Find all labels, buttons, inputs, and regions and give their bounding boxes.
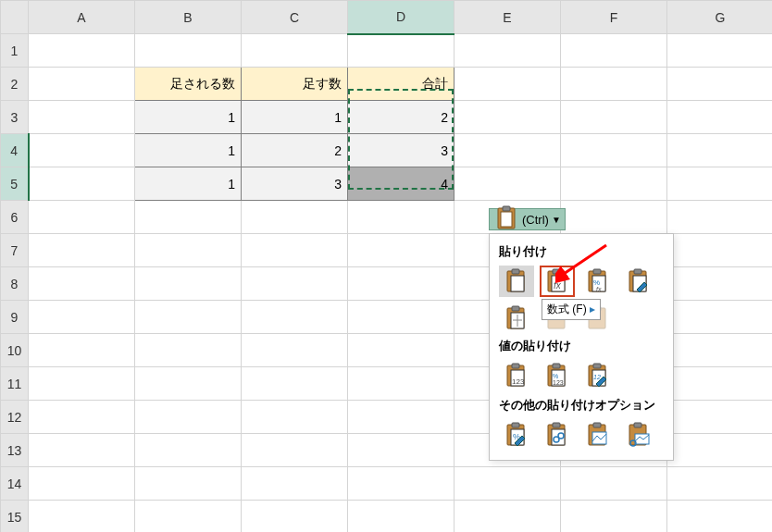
paste-options-button[interactable]: (Ctrl) ▼ bbox=[489, 208, 566, 230]
svg-text:123: 123 bbox=[512, 377, 525, 386]
row-header-7[interactable]: 7 bbox=[1, 234, 29, 267]
svg-text:%: % bbox=[553, 373, 558, 379]
svg-rect-30 bbox=[512, 364, 519, 368]
col-header-C[interactable]: C bbox=[242, 1, 348, 34]
row-header-4[interactable]: 4 bbox=[1, 134, 29, 167]
row-header-3[interactable]: 3 bbox=[1, 101, 29, 134]
col-header-F[interactable]: F bbox=[561, 1, 667, 34]
svg-rect-39 bbox=[593, 364, 601, 368]
cell-C4[interactable]: 2 bbox=[242, 134, 348, 167]
row-header-6[interactable]: 6 bbox=[1, 201, 29, 234]
row-header-10[interactable]: 10 bbox=[1, 334, 29, 367]
cell-B4[interactable]: 1 bbox=[135, 134, 242, 167]
paste-formulas-tooltip: 数式 (F) ▸ bbox=[542, 299, 601, 320]
paste-options-menu: 貼り付け fx 数式 (F) ▸ %fx 値の貼り付け bbox=[489, 233, 674, 461]
paste-values-sourcefmt-button[interactable]: 12 bbox=[580, 360, 616, 391]
row-header-14[interactable]: 14 bbox=[1, 467, 29, 501]
svg-rect-4 bbox=[511, 276, 524, 291]
chevron-down-icon: ▼ bbox=[552, 215, 561, 225]
svg-text:fx: fx bbox=[596, 286, 602, 292]
svg-text:123: 123 bbox=[553, 379, 564, 386]
paste-picture-button[interactable] bbox=[580, 419, 616, 451]
cell-C5[interactable]: 3 bbox=[242, 167, 348, 201]
cell-D5[interactable]: 4 bbox=[348, 167, 454, 201]
col-header-B[interactable]: B bbox=[135, 1, 242, 34]
svg-rect-35 bbox=[553, 364, 560, 368]
cell-C2[interactable]: 足す数 bbox=[242, 68, 348, 101]
cell-B5[interactable]: 1 bbox=[135, 167, 242, 201]
svg-text:12: 12 bbox=[593, 374, 601, 380]
svg-rect-2 bbox=[503, 206, 510, 211]
svg-rect-43 bbox=[512, 423, 519, 427]
svg-rect-9 bbox=[553, 269, 560, 274]
paste-no-borders-button[interactable] bbox=[499, 303, 534, 334]
svg-rect-55 bbox=[634, 423, 641, 427]
paste-linked-picture-button[interactable] bbox=[621, 419, 656, 451]
paste-formulas-numfmt-button[interactable]: %fx bbox=[580, 266, 616, 297]
cell-B2[interactable]: 足される数 bbox=[135, 68, 242, 101]
svg-rect-22 bbox=[512, 306, 519, 311]
row-header-12[interactable]: 12 bbox=[1, 401, 29, 434]
cell-B3[interactable]: 1 bbox=[135, 101, 242, 134]
row-header-15[interactable]: 15 bbox=[1, 501, 29, 533]
col-header-A[interactable]: A bbox=[29, 1, 135, 34]
paste-other-section-label: その他の貼り付けオプション bbox=[499, 397, 664, 414]
cell-D3[interactable]: 2 bbox=[348, 101, 454, 134]
row-header-11[interactable]: 11 bbox=[1, 367, 29, 401]
row-header-9[interactable]: 9 bbox=[1, 301, 29, 334]
row-header-1[interactable]: 1 bbox=[1, 34, 29, 68]
cell-D2[interactable]: 合計 bbox=[348, 68, 454, 101]
paste-options-label: (Ctrl) bbox=[522, 213, 549, 227]
paste-all-button[interactable] bbox=[499, 266, 534, 297]
svg-rect-1 bbox=[501, 212, 512, 227]
paste-values-button[interactable]: 123 bbox=[499, 360, 534, 391]
svg-rect-17 bbox=[634, 269, 641, 274]
svg-text:fx: fx bbox=[554, 280, 562, 291]
select-all-corner[interactable] bbox=[1, 1, 29, 34]
row-header-8[interactable]: 8 bbox=[1, 267, 29, 301]
row-header-13[interactable]: 13 bbox=[1, 434, 29, 467]
col-header-G[interactable]: G bbox=[667, 1, 773, 34]
svg-rect-48 bbox=[553, 423, 560, 427]
paste-values-numfmt-button[interactable]: %123 bbox=[540, 360, 575, 391]
row-header-2[interactable]: 2 bbox=[1, 68, 29, 101]
svg-rect-51 bbox=[593, 423, 601, 427]
row-header-5[interactable]: 5 bbox=[1, 167, 29, 201]
svg-rect-5 bbox=[512, 269, 519, 274]
cell-D4[interactable]: 3 bbox=[348, 134, 454, 167]
cell-C3[interactable]: 1 bbox=[242, 101, 348, 134]
paste-formatting-button[interactable]: % bbox=[499, 419, 534, 451]
paste-keep-source-format-button[interactable] bbox=[621, 266, 656, 297]
paste-link-button[interactable] bbox=[540, 419, 575, 451]
clipboard-icon bbox=[493, 204, 519, 235]
paste-formulas-button[interactable]: fx 数式 (F) ▸ bbox=[540, 266, 575, 297]
col-header-D[interactable]: D bbox=[348, 1, 454, 34]
svg-rect-14 bbox=[593, 269, 601, 274]
paste-section-label: 貼り付け bbox=[499, 243, 664, 260]
paste-values-section-label: 値の貼り付け bbox=[499, 338, 664, 354]
col-header-E[interactable]: E bbox=[454, 1, 561, 34]
